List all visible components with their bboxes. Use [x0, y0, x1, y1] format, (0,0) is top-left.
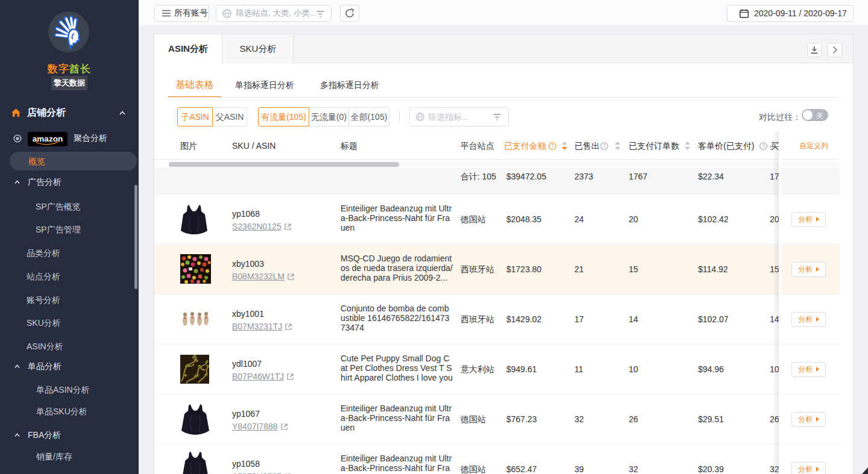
svg-text:?: ? — [762, 143, 765, 149]
svg-text:?: ? — [551, 143, 554, 149]
svg-text:?: ? — [603, 143, 606, 149]
